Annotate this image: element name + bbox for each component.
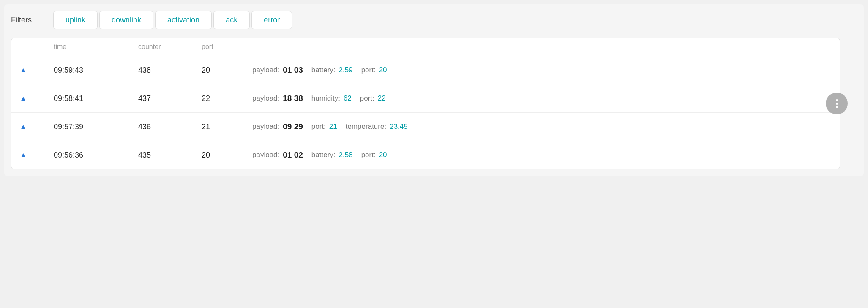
dot-icon xyxy=(836,106,838,108)
top-bar: Filters uplink downlink activation ack e… xyxy=(11,11,857,29)
col-header-counter: counter xyxy=(138,43,202,51)
payload-value: 09 29 xyxy=(283,122,303,131)
uplink-icon: ▲ xyxy=(20,151,54,159)
uplink-icon: ▲ xyxy=(20,95,54,102)
row-details: payload: 01 03 battery: 2.59 port: 20 xyxy=(252,65,831,75)
row-counter: 436 xyxy=(138,123,202,131)
uplink-icon: ▲ xyxy=(20,66,54,74)
tab-ack[interactable]: ack xyxy=(213,11,250,29)
detail2-label: port: xyxy=(361,66,376,74)
detail2-label: port: xyxy=(361,151,376,159)
row-details: payload: 18 38 humidity: 62 port: 22 xyxy=(252,94,831,103)
detail1-label: port: xyxy=(311,123,326,131)
detail1-label: humidity: xyxy=(311,94,340,103)
detail2-label: temperature: xyxy=(346,123,386,131)
detail2-value: 20 xyxy=(379,66,387,74)
table-row[interactable]: ▲ 09:59:43 438 20 payload: 01 03 battery… xyxy=(11,56,840,84)
tab-error[interactable]: error xyxy=(251,11,292,29)
row-port: 21 xyxy=(202,123,252,131)
row-port: 22 xyxy=(202,94,252,103)
table-section: time counter port ▲ 09:59:43 438 20 payl… xyxy=(11,38,840,169)
table-row[interactable]: ▲ 09:57:39 436 21 payload: 09 29 port: 2… xyxy=(11,113,840,141)
table-wrapper: time counter port ▲ 09:59:43 438 20 payl… xyxy=(11,38,840,169)
row-time: 09:59:43 xyxy=(54,66,138,75)
row-details: payload: 01 02 battery: 2.58 port: 20 xyxy=(252,150,831,160)
payload-label: payload: xyxy=(252,94,279,103)
detail1-value: 2.58 xyxy=(339,151,353,159)
col-header-time: time xyxy=(54,43,138,51)
filters-label: Filters xyxy=(11,16,45,25)
row-counter: 437 xyxy=(138,94,202,103)
row-counter: 438 xyxy=(138,66,202,75)
detail1-value: 21 xyxy=(329,123,337,131)
row-time: 09:57:39 xyxy=(54,123,138,131)
tab-activation[interactable]: activation xyxy=(155,11,212,29)
detail1-label: battery: xyxy=(311,66,336,74)
detail1-value: 2.59 xyxy=(339,66,353,74)
col-header-details xyxy=(252,43,831,51)
dot-icon xyxy=(836,99,838,101)
payload-value: 18 38 xyxy=(283,94,303,103)
payload-label: payload: xyxy=(252,123,279,131)
payload-value: 01 02 xyxy=(283,150,303,160)
row-port: 20 xyxy=(202,66,252,75)
row-port: 20 xyxy=(202,151,252,160)
tab-uplink[interactable]: uplink xyxy=(53,11,98,29)
col-header-icon xyxy=(20,43,54,51)
detail2-label: port: xyxy=(360,94,374,103)
dot-icon xyxy=(836,103,838,105)
detail1-value: 62 xyxy=(344,94,352,103)
main-container: Filters uplink downlink activation ack e… xyxy=(4,4,864,176)
payload-label: payload: xyxy=(252,66,279,74)
detail1-label: battery: xyxy=(311,151,336,159)
tabs-container: uplink downlink activation ack error xyxy=(53,11,292,29)
more-button[interactable] xyxy=(826,93,848,114)
payload-label: payload: xyxy=(252,151,279,159)
row-counter: 435 xyxy=(138,151,202,160)
table-row[interactable]: ▲ 09:56:36 435 20 payload: 01 02 battery… xyxy=(11,141,840,169)
row-time: 09:58:41 xyxy=(54,94,138,103)
tab-downlink[interactable]: downlink xyxy=(99,11,153,29)
col-header-port: port xyxy=(202,43,252,51)
payload-value: 01 03 xyxy=(283,65,303,75)
row-details: payload: 09 29 port: 21 temperature: 23.… xyxy=(252,122,831,131)
table-row[interactable]: ▲ 09:58:41 437 22 payload: 18 38 humidit… xyxy=(11,84,840,113)
detail2-value: 22 xyxy=(378,94,386,103)
row-time: 09:56:36 xyxy=(54,151,138,160)
detail2-value: 23.45 xyxy=(390,123,408,131)
uplink-icon: ▲ xyxy=(20,123,54,131)
table-header: time counter port xyxy=(11,38,840,56)
detail2-value: 20 xyxy=(379,151,387,159)
